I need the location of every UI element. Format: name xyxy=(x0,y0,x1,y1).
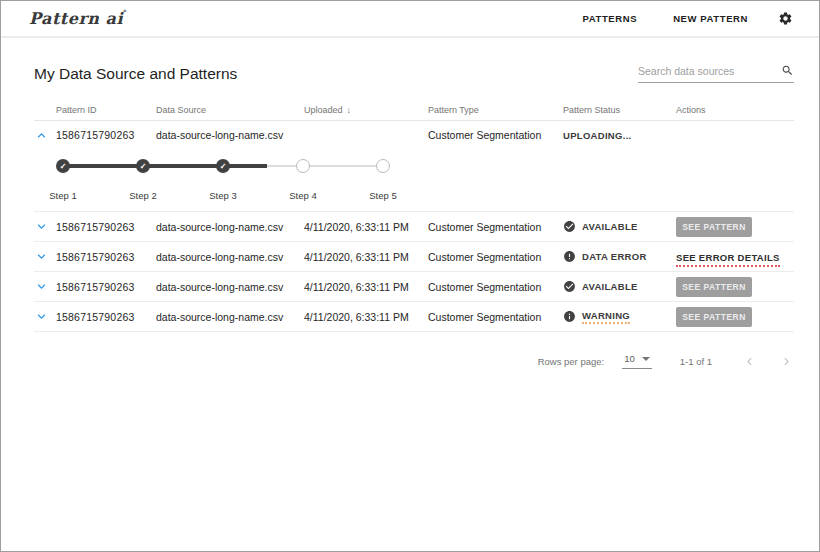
error-circle-icon xyxy=(563,250,576,263)
pattern-id-cell: 1586715790263 xyxy=(56,311,156,323)
search-box xyxy=(638,64,794,83)
expand-chevron-down-icon[interactable] xyxy=(34,309,56,324)
pattern-id-cell: 1586715790263 xyxy=(56,129,156,141)
settings-gear-icon[interactable] xyxy=(778,11,793,26)
pattern-type-cell: Customer Segmentation xyxy=(428,311,563,323)
table-row: 1586715790263 data-source-long-name.csv … xyxy=(34,121,794,149)
rows-per-page-select[interactable]: 10 xyxy=(622,353,652,369)
top-bar: Pattern ai° PATTERNS NEW PATTERN xyxy=(1,1,819,38)
pagination-controls xyxy=(742,354,794,369)
pattern-type-cell: Customer Segmentation xyxy=(428,129,563,141)
data-source-cell: data-source-long-name.csv xyxy=(156,251,304,263)
status-uploading: UPLOADING... xyxy=(563,130,676,141)
pattern-id-cell: 1586715790263 xyxy=(56,221,156,233)
col-pattern-type: Pattern Type xyxy=(428,105,563,115)
step-label: Step 5 xyxy=(355,190,411,201)
data-source-cell: data-source-long-name.csv xyxy=(156,129,304,141)
search-input[interactable] xyxy=(638,65,768,77)
see-error-details-link[interactable]: SEE ERROR DETAILS xyxy=(676,252,780,267)
nav-new-pattern[interactable]: NEW PATTERN xyxy=(673,13,748,24)
table-row: 1586715790263 data-source-long-name.csv … xyxy=(34,212,794,242)
table-header-row: Pattern ID Data Source Uploaded↓ Pattern… xyxy=(34,99,794,121)
status-warning: WARNING xyxy=(563,310,676,324)
see-pattern-button[interactable]: SEE PATTERN xyxy=(676,307,752,327)
page-title: My Data Source and Patterns xyxy=(34,65,237,83)
uploaded-cell: 4/11/2020, 6:33:11 PM xyxy=(304,281,428,293)
actions-cell: SEE PATTERN xyxy=(676,307,794,327)
actions-cell: SEE ERROR DETAILS xyxy=(676,251,794,263)
step-todo-icon xyxy=(376,159,390,173)
table-footer: Rows per page: 10 1-1 of 1 xyxy=(34,346,794,376)
rows-per-page-label: Rows per page: xyxy=(538,356,605,367)
actions-cell: SEE PATTERN xyxy=(676,277,794,297)
actions-cell: SEE PATTERN xyxy=(676,217,794,237)
logo-trademark: ° xyxy=(123,8,127,17)
see-pattern-button[interactable]: SEE PATTERN xyxy=(676,277,752,297)
pattern-ai-logo: Pattern ai° xyxy=(29,9,127,28)
expand-chevron-down-icon[interactable] xyxy=(34,249,56,264)
stepper-segment-todo xyxy=(303,165,383,167)
next-page-chevron-icon[interactable] xyxy=(779,354,794,369)
pattern-type-cell: Customer Segmentation xyxy=(428,251,563,263)
dropdown-caret-icon xyxy=(642,357,650,361)
stepper-segment-done xyxy=(63,164,143,168)
pagination-range-label: 1-1 of 1 xyxy=(680,356,712,367)
step-label: Step 3 xyxy=(195,190,251,201)
sort-desc-icon[interactable]: ↓ xyxy=(347,105,352,115)
info-circle-icon xyxy=(563,310,576,323)
step-done-icon: ✓ xyxy=(216,159,230,173)
pattern-id-cell: 1586715790263 xyxy=(56,281,156,293)
pattern-type-cell: Customer Segmentation xyxy=(428,221,563,233)
pattern-type-cell: Customer Segmentation xyxy=(428,281,563,293)
data-source-cell: data-source-long-name.csv xyxy=(156,221,304,233)
step-label: Step 4 xyxy=(275,190,331,201)
stepper-segment-done xyxy=(143,164,223,168)
col-pattern-id: Pattern ID xyxy=(56,105,156,115)
title-row: My Data Source and Patterns xyxy=(34,64,794,83)
step-done-icon: ✓ xyxy=(56,159,70,173)
status-available: AVAILABLE xyxy=(563,220,676,233)
status-data-error: DATA ERROR xyxy=(563,250,676,263)
table-row: 1586715790263 data-source-long-name.csv … xyxy=(34,272,794,302)
search-icon[interactable] xyxy=(781,64,794,77)
collapse-chevron-up-icon[interactable] xyxy=(34,128,56,143)
rows-per-page-value: 10 xyxy=(624,353,635,364)
upload-progress-area: ✓ ✓ ✓ Step 1 Step 2 Step 3 Step 4 Step 5 xyxy=(34,149,794,211)
col-actions: Actions xyxy=(676,105,794,115)
step-done-icon: ✓ xyxy=(136,159,150,173)
pattern-id-cell: 1586715790263 xyxy=(56,251,156,263)
app-window: Pattern ai° PATTERNS NEW PATTERN My Data… xyxy=(0,0,820,552)
uploaded-cell: 4/11/2020, 6:33:11 PM xyxy=(304,251,428,263)
table-row: 1586715790263 data-source-long-name.csv … xyxy=(34,302,794,332)
col-uploaded[interactable]: Uploaded↓ xyxy=(304,105,428,115)
previous-page-chevron-icon[interactable] xyxy=(742,354,757,369)
top-nav: PATTERNS NEW PATTERN xyxy=(547,11,793,26)
data-source-cell: data-source-long-name.csv xyxy=(156,281,304,293)
table-row-expanded: 1586715790263 data-source-long-name.csv … xyxy=(34,121,794,212)
step-todo-icon xyxy=(296,159,310,173)
status-available: AVAILABLE xyxy=(563,280,676,293)
table-row: 1586715790263 data-source-long-name.csv … xyxy=(34,242,794,272)
uploaded-cell: 4/11/2020, 6:33:11 PM xyxy=(304,311,428,323)
expand-chevron-down-icon[interactable] xyxy=(34,279,56,294)
col-pattern-status: Pattern Status xyxy=(563,105,676,115)
check-circle-icon xyxy=(563,220,576,233)
data-source-cell: data-source-long-name.csv xyxy=(156,311,304,323)
check-circle-icon xyxy=(563,280,576,293)
upload-stepper: ✓ ✓ ✓ Step 1 Step 2 Step 3 Step 4 Step 5 xyxy=(56,159,401,205)
uploaded-cell: 4/11/2020, 6:33:11 PM xyxy=(304,221,428,233)
nav-patterns[interactable]: PATTERNS xyxy=(583,13,638,24)
col-data-source: Data Source xyxy=(156,105,304,115)
see-pattern-button[interactable]: SEE PATTERN xyxy=(676,217,752,237)
logo-text: Pattern ai xyxy=(29,9,123,28)
expand-chevron-down-icon[interactable] xyxy=(34,219,56,234)
step-label: Step 2 xyxy=(115,190,171,201)
step-label: Step 1 xyxy=(35,190,91,201)
